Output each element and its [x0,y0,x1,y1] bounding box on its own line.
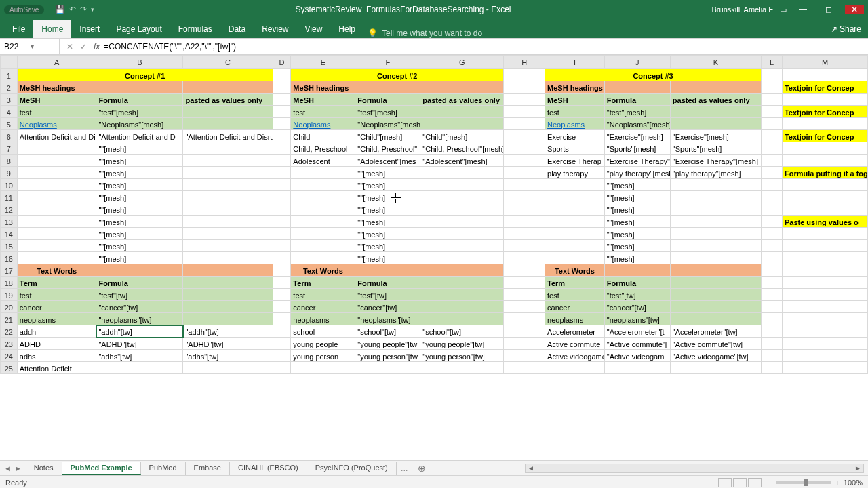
row-header-23[interactable]: 23 [1,338,18,350]
cell-M22[interactable] [782,325,867,338]
cell-B5[interactable]: "Neoplasms"[mesh] [96,118,183,130]
cell-I1[interactable]: Concept #3 [545,69,762,81]
cell-D10[interactable] [273,179,291,191]
cell-E25[interactable] [291,362,355,374]
cell-L22[interactable] [762,325,783,338]
cell-J7[interactable]: "Sports"[mesh] [604,142,670,155]
cell-K25[interactable] [670,362,761,374]
cell-A17[interactable]: Text Words [17,264,96,277]
zoom-level[interactable]: 100% [844,479,863,487]
cell-B20[interactable]: "cancer"[tw] [96,301,183,313]
cell-K11[interactable] [670,191,761,203]
cell-J4[interactable]: "test"[mesh] [604,106,670,118]
cell-I14[interactable] [545,228,605,240]
cell-M17[interactable] [782,264,867,277]
cell-F18[interactable]: Formula [355,277,420,289]
cell-H5[interactable] [504,118,545,130]
row-header-3[interactable]: 3 [1,94,18,106]
row-header-11[interactable]: 11 [1,191,18,203]
cell-L19[interactable] [762,289,783,301]
cell-L9[interactable] [762,167,783,179]
hyperlink[interactable]: Neoplasms [20,121,57,129]
cell-I13[interactable] [545,216,605,228]
zoom-in-icon[interactable]: + [835,479,839,487]
cell-B25[interactable] [96,362,183,374]
share-button[interactable]: ↗ Share [824,20,868,38]
cell-E17[interactable]: Text Words [291,264,355,277]
cell-D17[interactable] [273,264,291,277]
tell-me-search[interactable]: 💡Tell me what you want to do [368,28,482,38]
cell-I5[interactable]: Neoplasms [545,118,605,130]
cell-E12[interactable] [291,203,355,216]
cell-I4[interactable]: test [545,106,605,118]
cell-E2[interactable]: MeSH headings [291,81,355,94]
cell-E11[interactable] [291,191,355,203]
cell-F10[interactable]: ""[mesh] [355,179,420,191]
cell-B23[interactable]: "ADHD"[tw] [96,338,183,350]
cell-J21[interactable]: "neoplasms"[tw] [604,313,670,325]
ribbon-tab-home[interactable]: Home [33,20,71,38]
cell-A14[interactable] [17,228,96,240]
cell-M13[interactable]: Paste using values o [782,216,867,228]
cell-B3[interactable]: Formula [96,94,183,106]
cell-C3[interactable]: pasted as values only [183,94,273,106]
cell-A9[interactable] [17,167,96,179]
cell-K24[interactable]: "Active videogame"[tw] [670,350,761,362]
cell-B11[interactable]: ""[mesh] [96,191,183,203]
cell-A11[interactable] [17,191,96,203]
name-box[interactable]: B22▾ [0,39,60,54]
ribbon-tab-insert[interactable]: Insert [71,20,108,38]
cell-F21[interactable]: "neoplasms"[tw] [355,313,420,325]
cell-K8[interactable]: "Exercise Therapy"[mesh] [670,155,761,167]
cell-A10[interactable] [17,179,96,191]
view-buttons[interactable] [718,478,762,487]
cell-I22[interactable]: Accelerometer [545,325,605,338]
cell-M5[interactable] [782,118,867,130]
cell-F6[interactable]: "Child"[mesh] [355,130,420,142]
cell-A25[interactable]: Attention Deficit [17,362,96,374]
zoom-control[interactable]: − + 100% [768,479,863,487]
cell-C5[interactable] [183,118,273,130]
cell-M9[interactable]: Formula putting it a together [782,167,867,179]
cell-C8[interactable] [183,155,273,167]
row-header-18[interactable]: 18 [1,277,18,289]
cell-D13[interactable] [273,216,291,228]
zoom-out-icon[interactable]: − [768,479,772,487]
cell-C17[interactable] [183,264,273,277]
ribbon-tab-data[interactable]: Data [220,20,254,38]
cell-F3[interactable]: Formula [355,94,420,106]
chevron-down-icon[interactable]: ▾ [31,43,60,50]
col-header-C[interactable]: C [183,56,273,69]
cell-M4[interactable]: Textjoin for Concep [782,106,867,118]
cell-A15[interactable] [17,240,96,252]
row-header-13[interactable]: 13 [1,216,18,228]
cell-A19[interactable]: test [17,289,96,301]
cell-C4[interactable] [183,106,273,118]
cell-H10[interactable] [504,179,545,191]
redo-icon[interactable]: ↷ [80,5,87,14]
cell-E9[interactable] [291,167,355,179]
cell-B22[interactable]: "addh"[tw] [96,325,183,338]
cell-G18[interactable] [420,277,504,289]
enter-icon[interactable]: ✓ [80,42,87,52]
cell-G2[interactable] [420,81,504,94]
cell-L18[interactable] [762,277,783,289]
cell-H8[interactable] [504,155,545,167]
cell-L16[interactable] [762,252,783,264]
cell-I11[interactable] [545,191,605,203]
cell-C22[interactable]: "addh"[tw] [183,325,273,338]
row-header-20[interactable]: 20 [1,301,18,313]
cell-K16[interactable] [670,252,761,264]
cell-B10[interactable]: ""[mesh] [96,179,183,191]
cell-L10[interactable] [762,179,783,191]
cell-I21[interactable]: neoplasms [545,313,605,325]
cell-B9[interactable]: ""[mesh] [96,167,183,179]
cell-K20[interactable] [670,301,761,313]
cell-C19[interactable] [183,289,273,301]
cell-M2[interactable]: Textjoin for Concep [782,81,867,94]
zoom-slider[interactable] [776,481,831,484]
row-header-15[interactable]: 15 [1,240,18,252]
cell-F8[interactable]: "Adolescent"[mes [355,155,420,167]
col-header-E[interactable]: E [291,56,355,69]
cell-C20[interactable] [183,301,273,313]
